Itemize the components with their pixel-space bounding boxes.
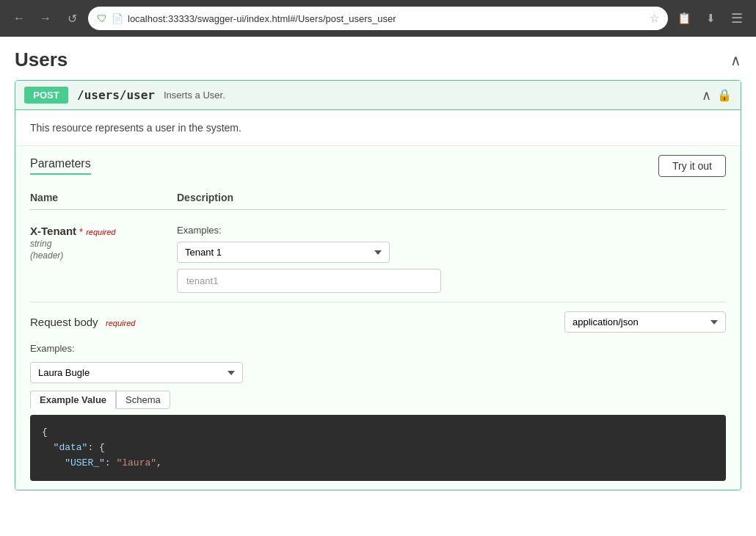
examples-row: Examples:: [30, 341, 726, 355]
endpoint-description: Inserts a User.: [164, 90, 225, 101]
page-content: Users ∧ POST /users/user Inserts a User.…: [0, 37, 756, 536]
collapse-endpoint-icon: ∧: [702, 87, 711, 104]
schema-tab[interactable]: Schema: [116, 391, 170, 409]
url-text: localhost:33333/swagger-ui/index.html#/U…: [128, 13, 396, 24]
method-badge: POST: [24, 87, 68, 104]
forward-button[interactable]: →: [35, 8, 56, 29]
example-value-tabs: Example Value Schema: [30, 391, 726, 409]
required-star: *: [79, 226, 83, 237]
body-examples-label: Examples:: [30, 343, 75, 354]
extensions-button[interactable]: ⬇: [700, 8, 721, 29]
page-title: Users: [15, 48, 68, 71]
collapse-button[interactable]: ∧: [730, 51, 741, 69]
users-header: Users ∧: [15, 48, 741, 71]
body-example-select[interactable]: Laura Bugle: [30, 362, 243, 383]
endpoint-header-left: POST /users/user Inserts a User.: [24, 87, 225, 104]
shield-icon: 🛡: [97, 12, 107, 24]
request-body-required: required: [106, 319, 135, 327]
name-required-row: X-Tenant * required: [30, 225, 177, 237]
menu-button[interactable]: ☰: [727, 8, 747, 29]
address-bar[interactable]: 🛡 📄 localhost:33333/swagger-ui/index.htm…: [88, 7, 668, 30]
endpoint-path: /users/user: [77, 88, 155, 102]
x-tenant-name-col: X-Tenant * required string (header): [30, 225, 177, 293]
x-tenant-location: (header): [30, 250, 177, 261]
x-tenant-desc-col: Examples: Tenant 1: [177, 225, 726, 293]
params-table-header: Name Description: [30, 186, 726, 210]
lock-icon: 🔒: [717, 88, 732, 102]
x-tenant-param-row: X-Tenant * required string (header) Exam…: [30, 216, 726, 303]
endpoint-card: POST /users/user Inserts a User. ∧ 🔒 Thi…: [15, 80, 741, 490]
content-type-select[interactable]: application/json: [564, 311, 726, 333]
back-button[interactable]: ←: [9, 8, 29, 29]
description-text: This resource represents a user in the s…: [30, 122, 241, 134]
x-tenant-examples-select[interactable]: Tenant 1: [177, 242, 390, 263]
request-body-header: Request body required application/json: [30, 311, 726, 333]
request-body-section: Request body required application/json E…: [15, 303, 741, 490]
browser-chrome: ← → ↺ 🛡 📄 localhost:33333/swagger-ui/ind…: [0, 0, 756, 37]
try-it-out-button[interactable]: Try it out: [658, 155, 726, 177]
code-block: { "data": { "USER_": "laura",: [30, 415, 726, 481]
bookmark-star[interactable]: ☆: [650, 12, 659, 25]
endpoint-header[interactable]: POST /users/user Inserts a User. ∧ 🔒: [15, 81, 741, 110]
parameters-section: Parameters Try it out Name Description X…: [15, 146, 741, 303]
params-header-row: Parameters Try it out: [30, 146, 726, 186]
col-name-header: Name: [30, 192, 177, 203]
x-tenant-type: string: [30, 239, 177, 249]
refresh-button[interactable]: ↺: [62, 8, 82, 29]
x-tenant-name: X-Tenant: [30, 225, 76, 237]
parameters-tab[interactable]: Parameters: [30, 157, 91, 175]
request-body-label: Request body: [30, 316, 98, 328]
example-value-tab[interactable]: Example Value: [30, 391, 116, 409]
collections-button[interactable]: 📋: [674, 8, 694, 29]
request-body-label-row: Request body required: [30, 316, 135, 329]
resource-description: This resource represents a user in the s…: [15, 110, 741, 146]
x-tenant-examples-label: Examples:: [177, 225, 726, 236]
endpoint-header-right: ∧ 🔒: [702, 87, 732, 104]
x-tenant-input[interactable]: [177, 269, 441, 293]
col-desc-header: Description: [177, 192, 726, 203]
required-label: required: [86, 228, 115, 236]
page-icon: 📄: [112, 13, 123, 24]
